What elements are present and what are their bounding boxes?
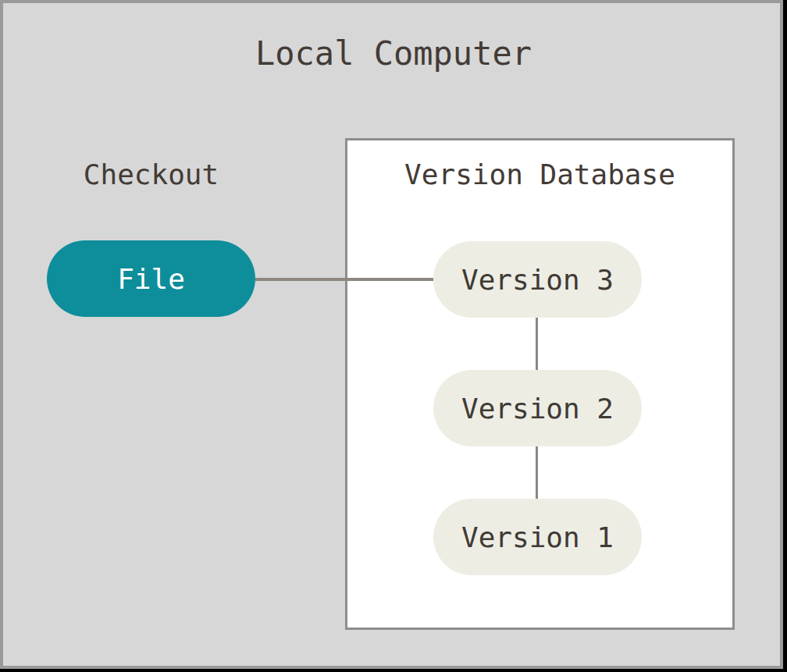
connector-file-to-version3 — [255, 278, 433, 281]
version-3-node: Version 3 — [433, 241, 642, 318]
version-1-node: Version 1 — [433, 499, 642, 575]
version-2-node: Version 2 — [433, 370, 642, 446]
file-node: File — [47, 240, 255, 317]
version-database-label: Version Database — [345, 158, 735, 190]
connector-version2-to-version1 — [536, 446, 538, 500]
diagram-title: Local Computer — [0, 34, 787, 73]
connector-version3-to-version2 — [536, 317, 538, 371]
diagram-canvas: Local Computer Checkout Version Database… — [0, 0, 787, 672]
checkout-label: Checkout — [47, 158, 255, 190]
